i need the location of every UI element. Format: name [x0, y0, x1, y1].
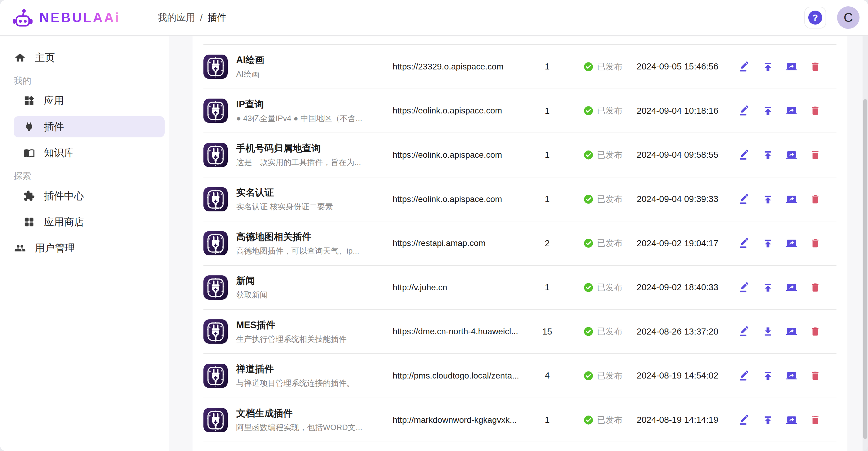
- check-circle-icon: [584, 62, 593, 71]
- table-row[interactable]: 禅道插件 与禅道项目管理系统连接的插件。 http://pms.cloudtog…: [204, 354, 836, 398]
- share-to-app-button[interactable]: [786, 105, 797, 117]
- status-label: 已发布: [597, 238, 622, 249]
- breadcrumb-separator: /: [200, 12, 203, 23]
- status-badge: 已发布: [567, 238, 637, 249]
- edit-button[interactable]: [739, 238, 750, 249]
- status-badge: 已发布: [567, 414, 637, 426]
- screen-share-icon: [786, 61, 797, 72]
- share-to-app-button[interactable]: [786, 326, 797, 337]
- publish-button[interactable]: [762, 238, 774, 249]
- table-row[interactable]: AI绘画 AI绘画 https://23329.o.apispace.com 1…: [204, 45, 836, 89]
- table-row[interactable]: 高德地图相关插件 高德地图插件，可以查询天气、ip... https://res…: [204, 221, 836, 266]
- share-to-app-button[interactable]: [786, 61, 797, 72]
- screen-share-icon: [786, 370, 797, 381]
- trash-icon: [810, 150, 821, 160]
- status-label: 已发布: [597, 414, 622, 426]
- breadcrumb-parent[interactable]: 我的应用: [158, 11, 195, 24]
- breadcrumb-current: 插件: [208, 11, 226, 24]
- status-label: 已发布: [597, 61, 622, 72]
- publish-button[interactable]: [762, 105, 774, 117]
- upload-icon: [763, 150, 773, 160]
- delete-button[interactable]: [809, 326, 821, 337]
- trash-icon: [810, 326, 821, 337]
- status-badge: 已发布: [567, 282, 637, 293]
- plugin-text: 高德地图相关插件 高德地图插件，可以查询天气、ip...: [236, 231, 359, 256]
- share-to-app-button[interactable]: [786, 238, 797, 249]
- publish-button[interactable]: [762, 414, 774, 426]
- sidebar-item-home[interactable]: 主页: [13, 47, 165, 68]
- sidebar-item-app-store[interactable]: 应用商店: [13, 211, 165, 233]
- scrollbar-thumb[interactable]: [863, 99, 867, 439]
- check-circle-icon: [584, 150, 593, 160]
- pencil-icon: [739, 194, 750, 205]
- delete-button[interactable]: [809, 370, 821, 382]
- app-window: NEBULAAi 我的应用 / 插件 ? C 主页我的应用插件知识库探索插件中心…: [0, 0, 868, 451]
- publish-button[interactable]: [762, 282, 774, 293]
- trash-icon: [810, 194, 821, 205]
- sidebar-item-plugins[interactable]: 插件: [13, 116, 165, 138]
- plugin-description: 实名认证 核实身份证二要素: [236, 201, 333, 212]
- pencil-icon: [739, 105, 750, 116]
- share-to-app-button[interactable]: [786, 193, 797, 205]
- edit-button[interactable]: [739, 105, 750, 117]
- sidebar-item-plugin-center[interactable]: 插件中心: [13, 185, 165, 207]
- sidebar-item-apps[interactable]: 应用: [13, 90, 165, 111]
- delete-button[interactable]: [809, 149, 821, 161]
- trash-icon: [810, 238, 821, 249]
- pencil-icon: [739, 282, 750, 293]
- edit-button[interactable]: [739, 149, 750, 161]
- delete-button[interactable]: [809, 282, 821, 293]
- publish-button[interactable]: [762, 193, 774, 205]
- plugin-name: MES插件: [236, 319, 346, 331]
- table-row[interactable]: IP查询 ● 43亿全量IPv4 ● 中国地区（不含... https://eo…: [204, 89, 836, 133]
- publish-button[interactable]: [762, 149, 774, 161]
- home-icon: [14, 52, 26, 63]
- sidebar-item-user-management[interactable]: 用户管理: [13, 238, 165, 259]
- status-badge: 已发布: [567, 105, 637, 117]
- edit-button[interactable]: [739, 326, 750, 337]
- delete-button[interactable]: [809, 105, 821, 117]
- logo-text: NEBULAAi: [39, 10, 120, 25]
- table-row[interactable]: 新闻 获取新闻 http://v.juhe.cn 1 已发布 2024-09-0…: [204, 266, 836, 310]
- edit-button[interactable]: [739, 414, 750, 426]
- share-to-app-button[interactable]: [786, 370, 797, 382]
- edit-button[interactable]: [739, 193, 750, 205]
- delete-button[interactable]: [809, 414, 821, 426]
- table-row[interactable]: 实名认证 实名认证 核实身份证二要素 https://eolink.o.apis…: [204, 177, 836, 222]
- share-to-app-button[interactable]: [786, 282, 797, 293]
- question-icon: ?: [808, 10, 822, 25]
- share-to-app-button[interactable]: [786, 149, 797, 161]
- edit-button[interactable]: [739, 370, 750, 382]
- share-to-app-button[interactable]: [786, 414, 797, 426]
- table-row[interactable]: 文档生成插件 阿里函数编程实现，包括WORD文... http://markdo…: [204, 398, 836, 443]
- check-circle-icon: [584, 194, 593, 204]
- delete-button[interactable]: [809, 193, 821, 205]
- table-row[interactable]: 手机号码归属地查询 这是一款实用的工具插件，旨在为... https://eol…: [204, 133, 836, 177]
- download-button[interactable]: [762, 326, 774, 337]
- plugin-cell: 文档生成插件 阿里函数编程实现，包括WORD文...: [204, 407, 393, 433]
- pencil-icon: [739, 150, 750, 160]
- publish-button[interactable]: [762, 61, 774, 72]
- edit-button[interactable]: [739, 61, 750, 72]
- delete-button[interactable]: [809, 238, 821, 249]
- sidebar-item-knowledge[interactable]: 知识库: [13, 142, 165, 163]
- plugin-url: https://eolink.o.apispace.com: [393, 194, 528, 204]
- check-circle-icon: [584, 283, 593, 292]
- table-row[interactable]: MES插件 生产执行管理系统相关技能插件 https://dme.cn-nort…: [204, 310, 836, 354]
- status-label: 已发布: [597, 282, 622, 293]
- pencil-icon: [739, 238, 750, 249]
- avatar[interactable]: C: [837, 6, 860, 29]
- delete-button[interactable]: [809, 61, 821, 72]
- plugin-count: 1: [528, 282, 567, 292]
- updated-time: 2024-09-04 09:58:55: [637, 150, 727, 160]
- plugin-url: http://v.juhe.cn: [393, 283, 528, 292]
- plugin-url: https://eolink.o.apispace.com: [393, 106, 528, 116]
- check-circle-icon: [584, 327, 593, 336]
- upload-icon: [763, 370, 773, 381]
- publish-button[interactable]: [762, 370, 774, 382]
- edit-button[interactable]: [739, 282, 750, 293]
- plugin-count: 1: [528, 106, 567, 116]
- help-button[interactable]: ?: [804, 7, 826, 29]
- plug-sparkle-icon: [204, 364, 228, 388]
- scrollbar[interactable]: [863, 36, 868, 451]
